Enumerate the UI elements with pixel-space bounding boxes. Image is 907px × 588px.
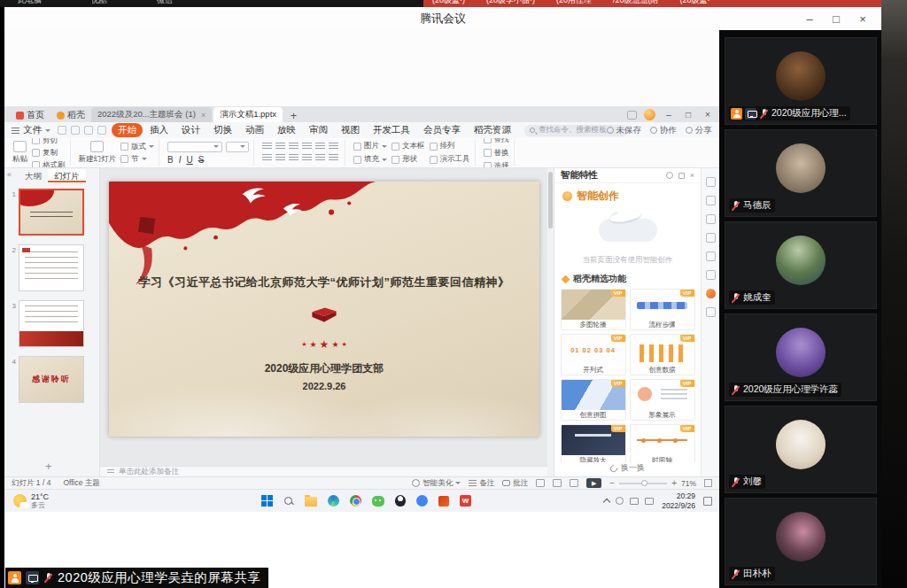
file-explorer-icon[interactable] [305,497,317,507]
fit-window-icon[interactable] [704,479,712,487]
wps-home-button[interactable]: 首页 [10,108,50,122]
participant-tile[interactable]: 田朴朴 [725,498,877,585]
paste-button[interactable]: 粘贴 [12,141,27,165]
align-right-icon[interactable] [289,143,298,150]
clip-icon[interactable] [706,270,716,280]
taskbar-clock[interactable]: 20:29 2022/9/26 [660,491,697,509]
close-panel-icon[interactable]: × [690,171,694,180]
add-slide-icon[interactable]: + [45,460,52,473]
desktop-window-title[interactable]: 此电脑 [18,0,42,7]
justify-icon[interactable] [302,143,312,150]
format-toggle[interactable]: I [179,155,182,165]
wps-app-icon[interactable]: W [460,495,471,507]
zoom-out-icon[interactable]: − [609,479,615,488]
section-button[interactable]: 节 [120,154,154,165]
notification-center-icon[interactable] [703,497,712,506]
redo-icon[interactable] [97,126,106,135]
format-toggle[interactable]: U [186,155,192,165]
template-card[interactable]: VIP 流程步骤 [630,289,695,330]
save-status[interactable]: 未保存 [607,125,642,136]
slide-sorter-icon[interactable] [553,479,562,487]
fill-button[interactable]: 填充 [353,154,387,165]
template-card[interactable]: 01 02 03 04 VIP 开列式 [561,334,626,375]
chat-tab[interactable]: (20级李小甜·) [486,0,535,7]
backpack-icon[interactable] [706,307,716,317]
zoom-percent[interactable]: 71% [681,479,696,488]
battery-icon[interactable] [645,498,654,505]
desktop-window-title[interactable]: 优酷 [91,0,107,7]
panel-tab[interactable]: 大纲 [19,169,48,182]
arrange-button[interactable]: 排列 [430,141,470,151]
ribbon-tab[interactable]: 视图 [335,123,366,137]
reading-view-icon[interactable] [570,479,578,487]
slide-thumbnail-1[interactable] [19,189,84,236]
help-icon[interactable] [666,172,673,179]
template-card[interactable]: VIP 时间轴 [630,424,695,466]
ribbon-tab[interactable]: 开发工具 [367,123,416,137]
selection-pane-icon[interactable] [706,214,716,224]
chat-tab[interactable]: (20级蓝· [680,0,710,7]
template-card[interactable]: VIP 隐藏放大 [561,424,626,466]
normal-view-icon[interactable] [536,479,545,487]
edge-browser-icon[interactable] [328,495,339,507]
zoom-knob[interactable] [641,480,647,486]
scrollbar-thumb[interactable] [548,172,553,228]
format-painter-button[interactable]: 格式刷 [32,160,66,169]
zoom-slider[interactable] [619,483,667,484]
theme-name[interactable]: Office 主题 [63,478,99,489]
slide-thumbnail-4[interactable]: 感谢聆听 [19,356,84,403]
search-icon[interactable] [283,496,294,507]
line-spacing-icon[interactable] [315,143,325,150]
find-button[interactable]: 查找 [484,138,509,145]
volume-icon[interactable] [630,498,639,505]
ribbon-tab[interactable]: 设计 [175,123,206,137]
chat-tab[interactable]: /20级慧慧(附 [613,0,659,7]
meeting-title-bar[interactable]: 腾讯会议 [4,7,881,30]
file-menu[interactable]: 文件 [4,124,58,136]
wps-docer-button[interactable]: 稻壳 [50,108,91,122]
windows-start-icon[interactable] [261,495,273,507]
maximize-icon[interactable]: □ [823,12,849,26]
notes-bar[interactable]: 单击此处添加备注 [100,466,547,476]
layout-button[interactable]: 版式 [120,142,154,152]
tab-close-icon[interactable]: × [201,111,205,120]
replace-button[interactable]: 替换 [484,148,509,159]
ribbon-tab[interactable]: 开始 [112,123,143,137]
chart-pane-icon[interactable] [706,251,716,261]
template-card[interactable]: VIP 形象展示 [630,379,695,421]
comments-toggle[interactable]: 批注 [502,478,528,489]
format-toggle[interactable]: B [167,155,174,165]
qq-icon[interactable] [395,495,406,507]
slide-thumbnail-3[interactable] [19,300,84,347]
desktop-window-title[interactable]: 微信 [157,0,173,7]
refresh-templates-button[interactable]: 换一换 [554,462,701,474]
template-card[interactable]: VIP 多图轮播 [561,289,626,330]
select-button[interactable]: 选择 [484,161,509,169]
present-tools-button[interactable]: 演示工具 [430,154,470,165]
participant-tile[interactable]: 2020级应用心理学许蕊 [725,313,877,401]
ribbon-tab[interactable]: 放映 [271,123,302,137]
new-tab-icon[interactable]: + [284,110,303,122]
wps-minimize-icon[interactable]: – [663,110,675,120]
account-avatar[interactable] [644,109,655,120]
ribbon-tab[interactable]: 稻壳资源 [468,123,517,137]
office-icon[interactable] [438,496,449,507]
print-icon[interactable] [71,126,80,135]
wechat-icon[interactable] [372,496,384,507]
layout-switch-icon[interactable] [627,111,637,120]
cooperate-button[interactable]: 协作 [650,125,677,136]
undo-icon[interactable] [84,126,93,135]
document-tab[interactable]: 2022级及20...主题班会 (1) × [91,107,212,122]
panel-tab[interactable]: 幻灯片 [48,169,86,182]
pin-icon[interactable] [678,173,685,179]
comments-pane-icon[interactable] [706,233,716,243]
bullets-icon[interactable] [262,154,272,161]
collapse-panel-icon[interactable]: « [7,170,12,179]
font-name-select[interactable] [167,142,222,152]
share-button[interactable]: 分享 [686,125,712,136]
outdent-icon[interactable] [302,154,312,161]
zoom-in-icon[interactable]: + [671,479,677,488]
chat-tab[interactable]: (20用佳理 [556,0,592,7]
slide-canvas[interactable]: 学习《习近平总书记给北京师范大学“优师计划”师范生重要回信精神》 ★ ★ ★ ★ [109,182,539,437]
netdisk-icon[interactable] [416,495,428,507]
